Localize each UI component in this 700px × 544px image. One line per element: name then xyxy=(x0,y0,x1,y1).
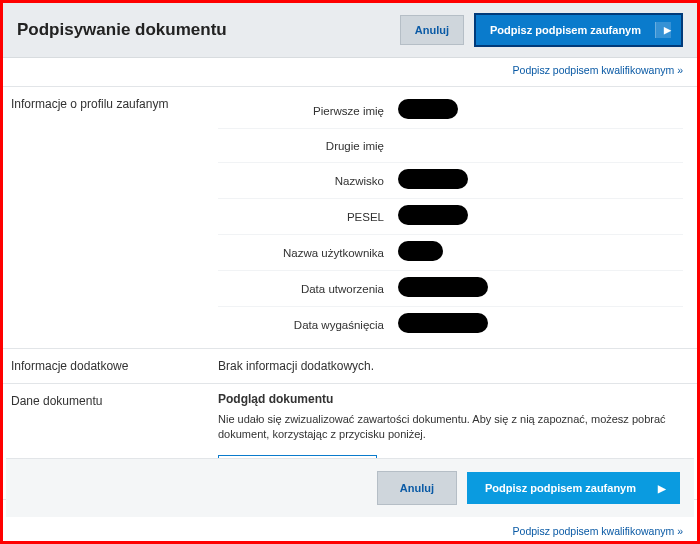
expires-value xyxy=(398,313,683,336)
created-value xyxy=(398,277,683,300)
additional-text: Brak informacji dodatkowych. xyxy=(218,359,374,373)
created-label: Data utworzenia xyxy=(218,283,398,295)
profile-fields: Pierwsze imię Drugie imię Nazwisko PESEL… xyxy=(218,87,697,348)
surname-label: Nazwisko xyxy=(218,175,398,187)
header-actions: Anuluj Podpisz podpisem zaufanym ▶ xyxy=(400,13,683,47)
footer-cancel-button[interactable]: Anuluj xyxy=(377,471,457,505)
sign-trusted-label: Podpisz podpisem zaufanym xyxy=(490,24,641,36)
cancel-button[interactable]: Anuluj xyxy=(400,15,464,45)
field-row: Drugie imię xyxy=(218,129,683,163)
additional-section: Informacje dodatkowe Brak informacji dod… xyxy=(3,348,697,383)
chevron-right-icon: ▶ xyxy=(655,22,671,38)
field-row: Nazwisko xyxy=(218,163,683,199)
document-preview-title: Podgląd dokumentu xyxy=(218,392,683,406)
additional-section-title: Informacje dodatkowe xyxy=(3,349,218,383)
first-name-value xyxy=(398,99,683,122)
footer-sign-trusted-button[interactable]: Podpisz podpisem zaufanym ▶ xyxy=(467,472,680,504)
pesel-label: PESEL xyxy=(218,211,398,223)
field-row: Data utworzenia xyxy=(218,271,683,307)
profile-section-title: Informacje o profilu zaufanym xyxy=(3,87,218,348)
footer-sign-trusted-label: Podpisz podpisem zaufanym xyxy=(485,482,636,494)
page-title: Podpisywanie dokumentu xyxy=(17,20,227,40)
field-row: Pierwsze imię xyxy=(218,93,683,129)
first-name-label: Pierwsze imię xyxy=(218,105,398,117)
header-bar: Podpisywanie dokumentu Anuluj Podpisz po… xyxy=(3,3,697,58)
pesel-value xyxy=(398,205,683,228)
footer-qualified-row: Podpisz podpisem kwalifikowanym » xyxy=(513,525,683,537)
surname-value xyxy=(398,169,683,192)
username-value xyxy=(398,241,683,264)
qualified-link-row: Podpisz podpisem kwalifikowanym » xyxy=(3,58,697,86)
chevron-right-icon: ▶ xyxy=(658,483,666,494)
expires-label: Data wygaśnięcia xyxy=(218,319,398,331)
profile-section: Informacje o profilu zaufanym Pierwsze i… xyxy=(3,86,697,348)
field-row: PESEL xyxy=(218,199,683,235)
document-preview-text: Nie udało się zwizualizować zawartości d… xyxy=(218,412,683,443)
sign-qualified-link[interactable]: Podpisz podpisem kwalifikowanym » xyxy=(513,64,683,76)
field-row: Nazwa użytkownika xyxy=(218,235,683,271)
footer-bar: Anuluj Podpisz podpisem zaufanym ▶ xyxy=(6,458,694,517)
footer-sign-qualified-link[interactable]: Podpisz podpisem kwalifikowanym » xyxy=(513,525,683,537)
second-name-label: Drugie imię xyxy=(218,140,398,152)
username-label: Nazwa użytkownika xyxy=(218,247,398,259)
field-row: Data wygaśnięcia xyxy=(218,307,683,342)
sign-trusted-button[interactable]: Podpisz podpisem zaufanym ▶ xyxy=(474,13,683,47)
